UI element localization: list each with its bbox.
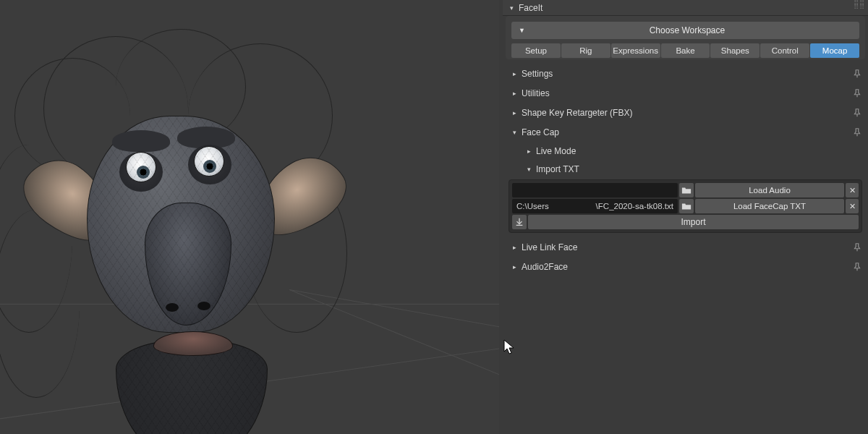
tab-rig[interactable]: Rig — [561, 43, 610, 58]
import-txt-box: Load Audio ✕ C:\Users \FC_2020-sa-tk08.t… — [509, 179, 862, 233]
drag-handle-icon[interactable]: ⠿⠿⠿⠿ — [849, 1, 865, 15]
txt-path-right: \FC_2020-sa-tk08.txt — [596, 202, 673, 210]
section-label: Utilities — [522, 88, 550, 98]
load-audio-button[interactable]: Load Audio — [695, 183, 844, 197]
section-settings[interactable]: Settings — [503, 64, 868, 83]
section-live-link-face[interactable]: Live Link Face — [503, 237, 868, 257]
pin-icon[interactable] — [852, 242, 862, 252]
chevron-right-icon — [510, 109, 519, 116]
viewport-3d[interactable] — [0, 0, 499, 434]
download-icon — [514, 217, 524, 227]
chevron-right-icon — [510, 70, 519, 77]
section-label: Live Link Face — [522, 242, 577, 252]
section-label: Audio2Face — [522, 262, 568, 272]
tab-setup[interactable]: Setup — [511, 43, 561, 58]
pin-icon[interactable] — [852, 262, 862, 272]
chevron-down-icon — [507, 4, 516, 12]
panel-header-faceit[interactable]: FaceIt ⠿⠿⠿⠿ — [503, 0, 868, 16]
chevron-right-icon — [510, 90, 519, 97]
choose-workspace-dropdown[interactable]: ▼ Choose Workspace — [511, 22, 859, 39]
chevron-right-icon — [524, 148, 533, 155]
facecap-live-mode[interactable]: Live Mode — [503, 142, 868, 160]
import-icon-button[interactable] — [512, 215, 527, 229]
section-face-cap[interactable]: Face Cap — [503, 122, 868, 142]
clear-audio-button[interactable]: ✕ — [846, 183, 859, 197]
chevron-down-icon: ▼ — [519, 27, 525, 34]
tab-mocap[interactable]: Mocap — [810, 43, 859, 58]
workspace-tabs: Setup Rig Expressions Bake Shapes Contro… — [511, 43, 859, 58]
section-utilities[interactable]: Utilities — [503, 83, 868, 103]
facecap-import-txt[interactable]: Import TXT — [503, 160, 868, 178]
clear-txt-button[interactable]: ✕ — [846, 199, 859, 213]
panel-title: FaceIt — [519, 3, 542, 13]
tab-expressions[interactable]: Expressions — [611, 43, 660, 58]
txt-path-left: C:\Users — [516, 202, 549, 210]
chevron-right-icon — [510, 263, 519, 271]
section-shape-key-retargeter[interactable]: Shape Key Retargeter (FBX) — [503, 103, 868, 122]
section-label: Shape Key Retargeter (FBX) — [522, 108, 632, 118]
tab-bake[interactable]: Bake — [661, 43, 710, 58]
section-audio2face[interactable]: Audio2Face — [503, 257, 868, 276]
audio-path-field[interactable] — [512, 183, 678, 197]
chevron-down-icon — [524, 166, 533, 173]
browse-txt-button[interactable] — [679, 199, 694, 213]
workspace-label: Choose Workspace — [531, 25, 859, 35]
pin-icon[interactable] — [852, 69, 862, 79]
folder-icon — [681, 185, 692, 195]
section-label: Face Cap — [522, 127, 559, 137]
chevron-right-icon — [510, 244, 519, 251]
faceit-body: ▼ Choose Workspace Setup Rig Expressions… — [506, 16, 865, 59]
browse-audio-button[interactable] — [679, 183, 694, 197]
import-button[interactable]: Import — [528, 215, 859, 229]
subsection-label: Live Mode — [536, 146, 576, 156]
tab-shapes[interactable]: Shapes — [710, 43, 760, 58]
txt-path-field[interactable]: C:\Users \FC_2020-sa-tk08.txt — [512, 199, 678, 213]
chevron-down-icon — [510, 129, 519, 136]
subsection-label: Import TXT — [536, 164, 579, 174]
tab-control[interactable]: Control — [760, 43, 809, 58]
pin-icon[interactable] — [852, 127, 862, 137]
pin-icon[interactable] — [852, 88, 862, 98]
section-label: Settings — [522, 69, 553, 79]
load-facecap-txt-button[interactable]: Load FaceCap TXT — [695, 199, 844, 213]
folder-icon — [681, 201, 692, 211]
pin-icon[interactable] — [852, 108, 862, 118]
mouse-cursor — [503, 339, 516, 357]
properties-panel: FaceIt ⠿⠿⠿⠿ ▼ Choose Workspace Setup Rig… — [503, 0, 868, 434]
